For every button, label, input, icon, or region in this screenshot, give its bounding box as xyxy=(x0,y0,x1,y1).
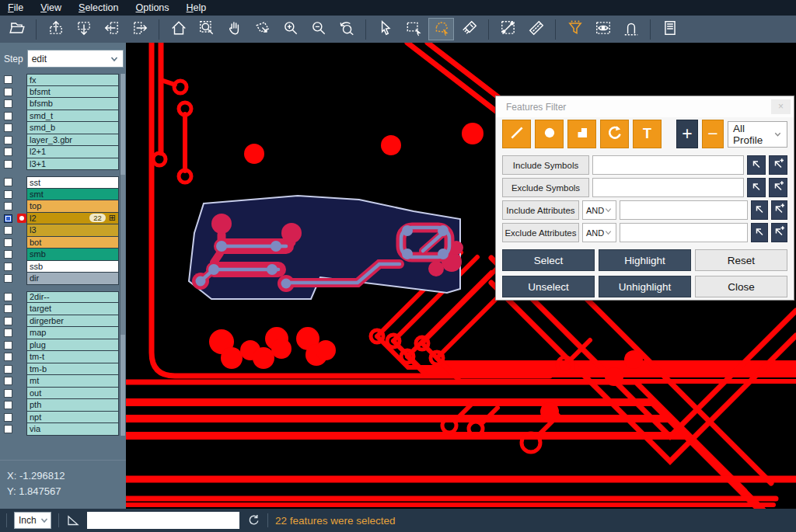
layer-row-sst[interactable]: sst xyxy=(0,176,126,189)
zoom-in-button[interactable] xyxy=(278,18,303,40)
include-attributes-input[interactable] xyxy=(620,200,748,220)
highlight-button[interactable]: Highlight xyxy=(599,249,691,271)
exclude-symbols-pick-button[interactable] xyxy=(747,178,766,197)
layer-label[interactable]: smd_b xyxy=(26,122,119,134)
include-symbols-input[interactable] xyxy=(592,155,744,175)
layer-checkbox[interactable] xyxy=(4,329,12,337)
layer-list-scrollbar[interactable] xyxy=(120,74,125,436)
layer-row-smd_b[interactable]: smd_b xyxy=(0,122,126,134)
layer-label[interactable]: plug xyxy=(26,339,119,352)
layer-label[interactable]: fx xyxy=(26,74,119,86)
unit-select[interactable]: Inch xyxy=(14,512,51,529)
layer-label[interactable]: pth xyxy=(26,399,119,412)
layer-row-l3[interactable]: l3 xyxy=(0,224,126,237)
layer-checkbox[interactable] xyxy=(4,365,12,374)
exclude-symbols-pick-add-button[interactable] xyxy=(769,178,787,197)
layer-checkbox[interactable] xyxy=(4,112,12,120)
layer-checkbox[interactable] xyxy=(4,304,12,313)
layer-label[interactable]: sst xyxy=(26,176,119,189)
open-folder-button[interactable] xyxy=(4,18,30,40)
include-attributes-pick-add-button[interactable] xyxy=(771,200,787,220)
layer-checkbox[interactable] xyxy=(4,413,12,422)
layer-checkbox[interactable] xyxy=(4,317,12,325)
include-symbols-button[interactable]: Include Symbols xyxy=(502,155,589,175)
menu-file[interactable]: File xyxy=(8,2,23,13)
menu-options[interactable]: Options xyxy=(135,2,169,13)
layer-row-tm-b[interactable]: tm-b xyxy=(0,363,126,376)
profile-select[interactable]: All Profile xyxy=(728,121,787,148)
layer-label[interactable]: smb xyxy=(26,249,119,261)
layer-checkbox[interactable] xyxy=(4,274,12,283)
layer-label[interactable]: bfsmt xyxy=(26,86,119,99)
layer-row-mt[interactable]: mt xyxy=(0,375,126,388)
pan-right-button[interactable] xyxy=(127,18,152,40)
layer-row-out[interactable]: out xyxy=(0,388,126,400)
feature-type-arc-button[interactable] xyxy=(600,120,629,148)
layer-checkbox[interactable] xyxy=(4,88,12,96)
layer-row-tm-t[interactable]: tm-t xyxy=(0,351,126,363)
menu-view[interactable]: View xyxy=(40,2,61,13)
refresh-icon[interactable] xyxy=(246,513,260,527)
layer-label[interactable]: l3 xyxy=(26,224,119,237)
zoom-area-button[interactable] xyxy=(250,18,275,40)
layer-row-plug[interactable]: plug xyxy=(0,339,126,352)
layer-row-via[interactable]: via xyxy=(0,423,126,436)
layer-row-smd_t[interactable]: smd_t xyxy=(0,110,126,123)
layer-label[interactable]: top xyxy=(26,200,119,213)
layer-label[interactable]: dir xyxy=(26,273,119,285)
layer-row-map[interactable]: map xyxy=(0,327,126,339)
layer-checkbox[interactable] xyxy=(4,389,12,398)
layer-row-l2[interactable]: l222⊞ xyxy=(0,213,126,225)
remove-filter-button[interactable]: − xyxy=(702,120,724,148)
layer-row-bfsmt[interactable]: bfsmt xyxy=(0,86,126,99)
layer-row-dir[interactable]: dir xyxy=(0,273,126,285)
pan-left-button[interactable] xyxy=(99,18,124,40)
zoom-window-button[interactable] xyxy=(194,18,219,40)
layer-row-bfsmb[interactable]: bfsmb xyxy=(0,98,126,110)
layer-checkbox[interactable] xyxy=(4,148,12,156)
reset-button[interactable]: Reset xyxy=(695,249,787,271)
layer-row-fx[interactable]: fx xyxy=(0,74,126,86)
feature-type-surface-button[interactable] xyxy=(567,120,596,148)
layer-checkbox[interactable] xyxy=(4,238,12,247)
include-attributes-pick-button[interactable] xyxy=(751,200,767,220)
layers-form-button[interactable] xyxy=(657,18,683,40)
layer-checkbox[interactable] xyxy=(4,136,12,144)
feature-type-text-button[interactable]: T xyxy=(633,120,662,148)
layer-label[interactable]: bfsmb xyxy=(26,98,119,110)
layer-checkbox[interactable] xyxy=(4,401,12,409)
layer-label[interactable]: tm-b xyxy=(26,363,119,376)
zoom-previous-button[interactable] xyxy=(333,18,359,40)
layer-checkbox[interactable] xyxy=(4,377,12,385)
command-input[interactable] xyxy=(87,512,239,529)
layer-row-l3+1[interactable]: l3+1 xyxy=(0,158,126,171)
exclude-attributes-input[interactable] xyxy=(620,223,748,242)
layer-label[interactable]: 2dir-- xyxy=(26,291,119,304)
exclude-symbols-input[interactable] xyxy=(592,178,744,197)
layer-label[interactable]: l222⊞ xyxy=(26,213,119,225)
layer-row-smt[interactable]: smt xyxy=(0,189,126,201)
layer-label[interactable]: l2+1 xyxy=(26,146,119,158)
dialog-title-bar[interactable]: Features Filter × xyxy=(496,96,794,117)
layer-label[interactable]: l3+1 xyxy=(26,158,119,171)
layer-checkbox[interactable] xyxy=(4,123,12,132)
layer-row-dirgerber[interactable]: dirgerber xyxy=(0,315,126,328)
layer-checkbox[interactable] xyxy=(4,263,12,271)
zoom-out-button[interactable] xyxy=(305,18,331,40)
layer-row-top[interactable]: top xyxy=(0,200,126,213)
layer-label[interactable]: target xyxy=(26,303,119,315)
measure-ruler-button[interactable] xyxy=(523,18,549,40)
include-attributes-operator-select[interactable]: AND xyxy=(582,200,616,220)
layer-checkbox[interactable] xyxy=(4,425,12,433)
attributes-grid-icon[interactable]: ⊞ xyxy=(109,214,116,222)
rect-select-button[interactable] xyxy=(400,18,426,40)
layer-checkbox[interactable] xyxy=(4,293,12,301)
layer-label[interactable]: npt xyxy=(26,412,119,424)
layer-checkbox[interactable] xyxy=(4,202,12,210)
exclude-attributes-pick-add-button[interactable] xyxy=(771,223,787,242)
include-symbols-pick-add-button[interactable] xyxy=(769,155,787,175)
menu-selection[interactable]: Selection xyxy=(79,2,118,13)
exclude-attributes-pick-button[interactable] xyxy=(751,223,767,242)
close-button[interactable]: Close xyxy=(695,276,787,297)
menu-help[interactable]: Help xyxy=(187,2,207,13)
